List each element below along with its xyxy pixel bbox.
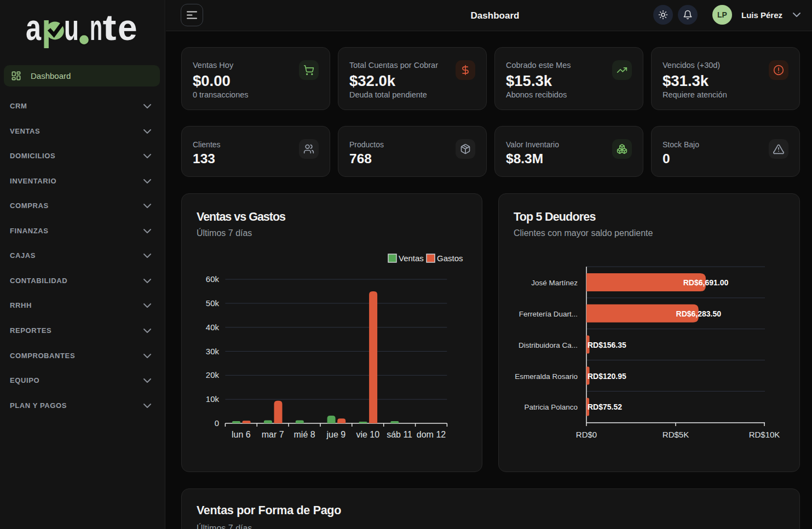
svg-text:40k: 40k	[206, 323, 220, 332]
svg-text:Distribuidora Ca...: Distribuidora Ca...	[519, 341, 578, 349]
svg-text:50k: 50k	[206, 298, 220, 308]
svg-text:Esmeralda Rosario: Esmeralda Rosario	[515, 372, 578, 381]
svg-text:dom 12: dom 12	[417, 430, 446, 439]
svg-text:RD$6,283.50: RD$6,283.50	[676, 309, 722, 318]
svg-text:RD$5K: RD$5K	[663, 430, 689, 439]
svg-text:Ventas: Ventas	[399, 254, 424, 263]
svg-text:RD$10K: RD$10K	[749, 430, 780, 439]
svg-text:lun 6: lun 6	[232, 430, 251, 439]
svg-text:20k: 20k	[206, 370, 220, 380]
svg-text:RD$6,691.00: RD$6,691.00	[683, 278, 729, 287]
svg-text:Últimos 7 días: Últimos 7 días	[197, 228, 252, 238]
svg-text:mié 8: mié 8	[294, 430, 315, 439]
svg-text:RD$120.95: RD$120.95	[588, 372, 626, 381]
svg-text:n: n	[90, 11, 102, 48]
svg-text:Ventas vs Gastos: Ventas vs Gastos	[197, 210, 286, 223]
svg-text:Patricia Polanco: Patricia Polanco	[524, 403, 578, 411]
svg-text:Clientes con mayor saldo pendi: Clientes con mayor saldo pendiente	[514, 228, 653, 238]
svg-text:0: 0	[215, 418, 219, 428]
svg-text:RD$0: RD$0	[576, 430, 597, 439]
svg-text:10k: 10k	[206, 394, 220, 404]
svg-text:mar 7: mar 7	[262, 430, 284, 439]
svg-text:Top 5 Deudores: Top 5 Deudores	[514, 210, 596, 223]
svg-text:RD$75.52: RD$75.52	[588, 403, 622, 411]
svg-text:u: u	[64, 11, 79, 48]
svg-text:60k: 60k	[206, 274, 220, 284]
svg-text:Gastos: Gastos	[437, 254, 463, 263]
svg-text:30k: 30k	[206, 347, 220, 356]
svg-text:t: t	[103, 11, 117, 48]
svg-text:RD$156.35: RD$156.35	[588, 341, 626, 349]
svg-text:e: e	[118, 11, 137, 48]
svg-text:jue 9: jue 9	[326, 430, 346, 439]
svg-text:José Martínez: José Martínez	[531, 279, 578, 287]
svg-text:a: a	[26, 11, 42, 48]
svg-text:sáb 11: sáb 11	[387, 430, 412, 439]
svg-text:vie 10: vie 10	[356, 430, 379, 439]
svg-text:Ferretería Duart...: Ferretería Duart...	[519, 310, 578, 318]
